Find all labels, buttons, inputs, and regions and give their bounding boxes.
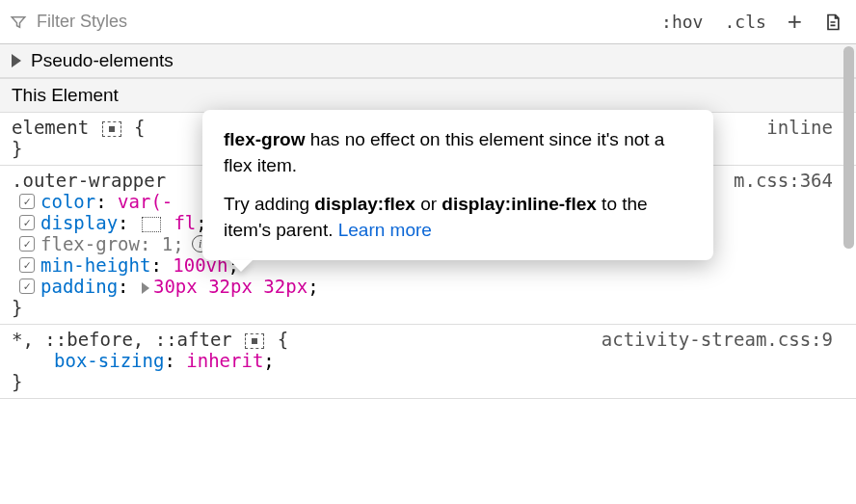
add-rule-button[interactable]: + [784, 5, 806, 39]
enable-checkbox[interactable]: ✓ [19, 257, 35, 273]
prop-name: color [40, 191, 95, 212]
enable-checkbox[interactable]: ✓ [19, 215, 35, 230]
tooltip-bold: flex-grow [224, 129, 305, 149]
filter-styles-input[interactable] [35, 11, 644, 33]
prop-value: 30px 32px 32px [153, 276, 308, 297]
inactive-css-tooltip: flex-grow has no effect on this element … [202, 110, 713, 260]
tooltip-bold: display:flex [314, 194, 415, 214]
enable-checkbox[interactable]: ✓ [19, 194, 35, 209]
prop-name: padding [40, 276, 118, 297]
filter-wrap [10, 11, 644, 33]
rule-source[interactable]: m.css:364 [734, 170, 833, 191]
flex-badge-icon[interactable] [245, 333, 264, 349]
declaration-row[interactable]: box-sizing: inherit; [12, 350, 844, 371]
selector: .outer-wrapper [12, 170, 166, 191]
enable-checkbox[interactable]: ✓ [19, 279, 35, 294]
prop-name: box-sizing [54, 350, 164, 371]
enable-checkbox[interactable]: ✓ [19, 236, 35, 252]
tooltip-paragraph: Try adding display:flex or display:inlin… [224, 192, 692, 243]
this-element-header: This Element [0, 78, 856, 113]
prop-name: display [40, 212, 118, 233]
rule-source[interactable]: activity-stream.css:9 [602, 329, 833, 350]
learn-more-link[interactable]: Learn more [338, 220, 432, 240]
prop-value: fl [174, 212, 196, 233]
universal-rule[interactable]: activity-stream.css:9 *, ::before, ::aft… [0, 325, 856, 399]
styles-toolbar: :hov .cls + [0, 0, 856, 44]
selector: *, ::before, ::after [12, 329, 232, 350]
prop-name: min-height [40, 254, 150, 276]
rule-source[interactable]: inline [766, 117, 833, 138]
flex-badge-icon[interactable] [102, 121, 121, 137]
cls-toggle[interactable]: .cls [720, 10, 769, 34]
twisty-icon [12, 54, 21, 67]
prop-value: var(- [118, 191, 173, 212]
tooltip-bold: display:inline-flex [441, 194, 596, 214]
tooltip-paragraph: flex-grow has no effect on this element … [224, 127, 692, 178]
stylesheet-icon[interactable] [819, 10, 846, 35]
filter-icon [10, 13, 27, 31]
section-label: This Element [12, 85, 119, 106]
flex-swatch-icon[interactable] [142, 217, 161, 232]
selector: element [12, 117, 89, 138]
section-label: Pseudo-elements [31, 50, 174, 71]
pseudo-elements-header[interactable]: Pseudo-elements [0, 44, 856, 78]
prop-value: 1 [162, 233, 173, 254]
declaration-row[interactable]: ✓ padding: 30px 32px 32px; [12, 276, 844, 297]
prop-name: flex-grow [40, 233, 140, 254]
hov-toggle[interactable]: :hov [657, 10, 707, 34]
scrollbar-thumb[interactable] [843, 46, 854, 249]
prop-value: inherit [186, 350, 263, 371]
expand-shorthand-icon[interactable] [142, 282, 149, 294]
